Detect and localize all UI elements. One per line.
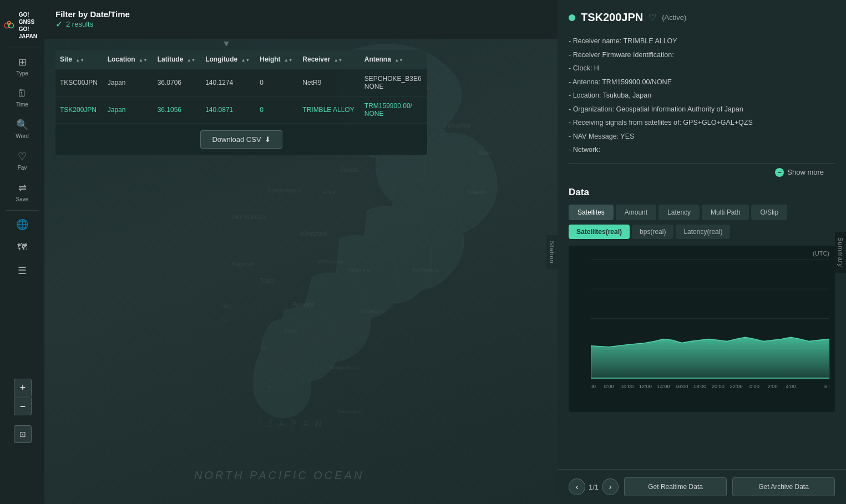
- svg-text:Fukuoka: Fukuoka: [293, 302, 315, 308]
- get-realtime-data-button[interactable]: Get Realtime Data: [624, 477, 727, 496]
- sort-arrows-location: ▲▼: [139, 58, 148, 63]
- svg-text:Fukui: Fukui: [323, 190, 336, 195]
- tab-multipath[interactable]: Multi Path: [702, 205, 749, 220]
- col-location[interactable]: Location ▲▼: [103, 50, 153, 69]
- col-longitude[interactable]: Longitude ▲▼: [201, 50, 255, 69]
- svg-text:18:00: 18:00: [693, 384, 706, 389]
- sidebar-item-save-label: Save: [16, 196, 29, 202]
- svg-text:2:00: 2:00: [768, 384, 778, 389]
- station-favorite-button[interactable]: ♡: [649, 12, 656, 23]
- cell-site-0: TKSC00JPN: [55, 69, 103, 96]
- svg-text:Shikoku: Shikoku: [468, 189, 488, 195]
- svg-text:12:00: 12:00: [639, 384, 652, 389]
- svg-text:6:00: 6:00: [591, 384, 596, 389]
- svg-text:Zak: Zak: [259, 345, 267, 350]
- svg-text:16:00: 16:00: [675, 384, 688, 389]
- station-active-dot: [569, 14, 575, 21]
- cell-receiver-1: TRIMBLE ALLOY: [298, 96, 360, 124]
- globe-icon: 🌐: [16, 218, 28, 231]
- results-count-area: ✓ 2 results: [55, 19, 130, 29]
- get-archive-data-button[interactable]: Get Archive Data: [732, 477, 835, 496]
- col-receiver[interactable]: Receiver ▲▼: [298, 50, 360, 69]
- download-csv-button[interactable]: Download CSV ⬇: [200, 130, 282, 149]
- tab-satellites[interactable]: Satellites: [569, 205, 614, 220]
- col-site[interactable]: Site ▲▼: [55, 50, 103, 69]
- list-icon: ☰: [18, 264, 27, 277]
- sub-tabs: Satellites(real) bps(real) Latency(real): [569, 225, 835, 239]
- map-icon: 🗺: [17, 242, 27, 253]
- svg-text:to: to: [268, 384, 272, 389]
- svg-text:Matsuyama: Matsuyama: [318, 259, 344, 264]
- sidebar-item-type[interactable]: ⊞ Type: [0, 50, 44, 82]
- sidebar-divider-2: [6, 210, 39, 211]
- table-row[interactable]: TKSC00JPN Japan 36.0706 140.1274 0 NetR9…: [55, 69, 427, 96]
- sort-arrows-receiver: ▲▼: [334, 58, 343, 63]
- cell-longitude-0: 140.1274: [201, 69, 255, 96]
- cell-longitude-1: 140.0871: [201, 96, 255, 124]
- svg-text:Torishima Is.: Torishima Is.: [412, 267, 440, 273]
- subtab-latency-real[interactable]: Latency(real): [676, 225, 730, 239]
- data-section-title: Data: [569, 187, 835, 198]
- check-icon: ✓: [55, 19, 63, 29]
- sidebar-item-save[interactable]: ⇌ Save: [0, 176, 44, 208]
- station-side-label: Station: [546, 235, 558, 269]
- subtab-satellites-real[interactable]: Satellites(real): [569, 225, 630, 239]
- cell-location-0: Japan: [103, 69, 153, 96]
- sidebar-item-list[interactable]: ☰: [0, 259, 44, 282]
- svg-text:22:00: 22:00: [730, 384, 743, 389]
- svg-text:8:00: 8:00: [604, 384, 614, 389]
- cell-location-1: Japan: [103, 96, 153, 124]
- map-mode-button[interactable]: ⊡: [14, 425, 32, 443]
- svg-text:6:00: 6:00: [824, 384, 829, 389]
- svg-text:Torishima Is.: Torishima Is.: [337, 409, 362, 414]
- station-name: TSK200JPN: [581, 11, 643, 24]
- sidebar-item-fav[interactable]: ♡ Fav: [0, 145, 44, 176]
- svg-text:20:00: 20:00: [712, 384, 725, 389]
- svg-text:14:00: 14:00: [657, 384, 670, 389]
- type-icon: ⊞: [18, 56, 27, 68]
- svg-text:10:00: 10:00: [621, 384, 634, 389]
- station-panel: Summary TSK200JPN ♡ (Active) - Receiver …: [558, 0, 846, 504]
- sidebar-item-globe[interactable]: 🌐: [0, 213, 44, 236]
- svg-text:Kobe: Kobe: [479, 150, 492, 156]
- cell-receiver-0: NetR9: [298, 69, 360, 96]
- tab-amount[interactable]: Amount: [616, 205, 656, 220]
- prev-page-button[interactable]: ‹: [569, 478, 585, 495]
- chart-svg: 80 60 40 20 0: [591, 251, 829, 406]
- sort-arrows-latitude: ▲▼: [187, 58, 196, 63]
- heart-icon: ♡: [18, 150, 27, 162]
- subtab-bps-real[interactable]: bps(real): [632, 225, 673, 239]
- tab-oslip[interactable]: O/Slip: [751, 205, 787, 220]
- sort-arrows-site: ▲▼: [75, 58, 84, 63]
- sidebar-item-time[interactable]: 🗓 Time: [0, 82, 44, 113]
- svg-text:Tanegashima Is.: Tanegashima Is.: [329, 365, 361, 370]
- col-antenna[interactable]: Antenna ▲▼: [360, 50, 427, 69]
- zoom-in-button[interactable]: +: [14, 379, 32, 396]
- sidebar-item-word[interactable]: 🔍 Word: [0, 113, 44, 145]
- zoom-out-button[interactable]: −: [14, 398, 32, 415]
- svg-text:J  A  P  A  N: J A P A N: [268, 419, 325, 429]
- info-signals: - Receiving signals from satellites of: …: [569, 116, 835, 129]
- logo-area: GO! GNSS GO! JAPAN: [0, 6, 46, 45]
- data-table: Site ▲▼ Location ▲▼ Latitude ▲▼ Longitud…: [55, 50, 427, 124]
- col-height[interactable]: Height ▲▼: [255, 50, 298, 69]
- show-more-button[interactable]: − Show more: [775, 168, 824, 177]
- page-indicator: 1/1: [589, 483, 599, 491]
- summary-edge-label: Summary: [835, 231, 846, 272]
- chart-utc-label: (UTC): [813, 250, 829, 257]
- sort-arrows-longitude: ▲▼: [241, 58, 250, 63]
- svg-text:Oshima Is.: Oshima Is.: [348, 267, 372, 273]
- save-icon: ⇌: [18, 182, 27, 194]
- next-page-button[interactable]: ›: [602, 478, 619, 495]
- download-bar: Download CSV ⬇: [55, 124, 427, 155]
- sidebar-divider-1: [6, 48, 39, 48]
- sidebar-item-map[interactable]: 🗺: [0, 236, 44, 259]
- svg-text:OKI ISLANDS: OKI ISLANDS: [232, 214, 267, 220]
- table-row[interactable]: TSK200JPN Japan 36.1056 140.0871 0 TRIMB…: [55, 96, 427, 124]
- tab-latency[interactable]: Latency: [658, 205, 700, 220]
- info-clock: - Clock: H: [569, 62, 835, 75]
- col-latitude[interactable]: Latitude ▲▼: [153, 50, 201, 69]
- show-more-icon: −: [775, 168, 784, 177]
- data-section: Data Satellites Amount Latency Multi Pat…: [558, 181, 846, 418]
- info-antenna: - Antenna: TRM159900.00/NONE: [569, 76, 835, 89]
